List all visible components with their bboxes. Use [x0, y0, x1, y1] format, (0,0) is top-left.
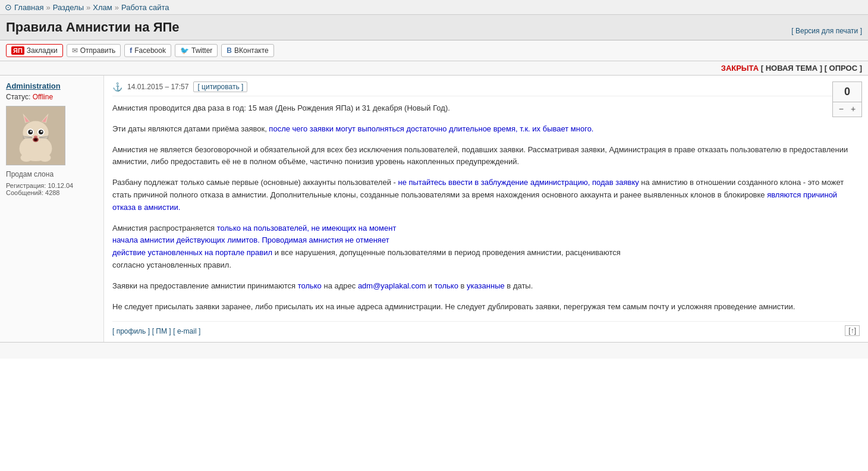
posts-count: 4288 [45, 189, 59, 196]
cite-button[interactable]: [ цитировать ] [193, 81, 247, 92]
email-share-button[interactable]: ✉ Отправить [67, 44, 121, 57]
svg-point-15 [34, 138, 37, 141]
yandex-bookmarks-button[interactable]: ЯП Закладки [6, 44, 63, 57]
svg-point-12 [40, 131, 42, 133]
highlight-email: adm@yaplakal.com [358, 281, 426, 290]
post-meta: ⚓ 14.01.2015 – 17:57 [ цитировать ] [112, 81, 860, 96]
breadcrumb-sep3: » [115, 3, 119, 12]
breadcrumb-sections[interactable]: Разделы [53, 3, 84, 12]
email-icon: ✉ [72, 46, 78, 55]
reg-label: Регистрация: [6, 182, 46, 189]
reg-date: 10.12.04 [48, 182, 73, 189]
closed-badge: ЗАКРЫТА [721, 64, 759, 73]
yandex-label: Закладки [27, 46, 58, 55]
post-paragraph-6: Заявки на предоставление амнистии приним… [112, 280, 860, 293]
vk-label: ВКонтакте [234, 46, 269, 55]
post-paragraph-5: Амнистия распространяется только на поль… [112, 222, 860, 272]
svg-point-21 [39, 153, 51, 162]
post-anchor: ⚓ [112, 82, 122, 92]
highlight-7: указанные [467, 281, 505, 290]
highlight-1: после чего заявки могут выполняться дост… [269, 124, 593, 133]
post-paragraph-2: Эти даты являются датами приёма заявок, … [112, 123, 860, 136]
post-paragraph-4: Разбану подлежат только самые первые (ос… [112, 177, 860, 213]
status-label: Статус: [6, 93, 30, 101]
highlight-4: только на пользователей, не имеющих на м… [112, 224, 396, 258]
yandex-icon: ЯП [11, 46, 24, 55]
pm-link[interactable]: [ ПМ ] [152, 327, 171, 335]
avatar-image [7, 106, 65, 165]
post-paragraph-7: Не следует присылать заявки заранее, либ… [112, 301, 860, 313]
user-column: Administration Статус: Offline [0, 76, 104, 342]
twitter-share-button[interactable]: 🐦 Twitter [175, 44, 218, 57]
post-area: Administration Статус: Offline [0, 76, 868, 343]
vk-share-button[interactable]: В ВКонтакте [221, 44, 273, 57]
user-posts: Сообщений: 4288 [6, 189, 98, 196]
breadcrumb-home[interactable]: Главная [14, 3, 43, 12]
vote-minus-button[interactable]: − [835, 102, 847, 117]
action-bar: ЗАКРЫТА [ НОВАЯ ТЕМА ] [ ОПРОС ] [0, 61, 868, 76]
post-paragraph-3: Амнистия не является безоговорочной и об… [112, 144, 860, 169]
breadcrumb: ⊙ Главная » Разделы » Хлам » Работа сайт… [0, 0, 868, 15]
user-status: Статус: Offline [6, 93, 98, 101]
post-column: ⚓ 14.01.2015 – 17:57 [ цитировать ] 0 − … [104, 76, 868, 342]
user-avatar [6, 106, 65, 165]
facebook-share-button[interactable]: f Facebook [124, 44, 171, 57]
post-footer: [ профиль ] [ ПМ ] [ e-mail ] [↑] [112, 321, 860, 336]
svg-point-20 [21, 153, 33, 162]
home-icon: ⊙ [5, 2, 12, 12]
facebook-icon: f [130, 46, 132, 55]
bottom-area [0, 343, 868, 359]
breadcrumb-sep1: » [46, 3, 50, 12]
email-label: Отправить [80, 46, 116, 55]
post-date: 14.01.2015 – 17:57 [127, 83, 188, 91]
vk-icon: В [227, 46, 232, 55]
twitter-label: Twitter [191, 46, 212, 55]
vote-box: 0 − + [832, 81, 862, 117]
breadcrumb-junk[interactable]: Хлам [93, 3, 112, 12]
facebook-label: Facebook [134, 46, 166, 55]
breadcrumb-sep2: » [86, 3, 90, 12]
twitter-icon: 🐦 [180, 46, 189, 55]
cite-label: цитировать [202, 83, 240, 91]
poll-link[interactable]: [ ОПРОС ] [825, 64, 862, 73]
email-link[interactable]: [ e-mail ] [173, 327, 200, 335]
post-body: Амнистия проводится два раза в год: 15 м… [112, 102, 860, 313]
print-link[interactable]: [ Версия для печати ] [791, 27, 862, 35]
highlight-3: являются причиной отказа в амнистии. [112, 190, 837, 212]
profile-link[interactable]: [ профиль ] [112, 327, 150, 335]
svg-point-11 [30, 131, 32, 133]
username[interactable]: Administration [6, 81, 98, 90]
vote-score: 0 [833, 82, 861, 102]
vote-controls: − + [833, 102, 861, 117]
social-bar: ЯП Закладки ✉ Отправить f Facebook 🐦 Twi… [0, 40, 868, 61]
highlight-2: не пытайтесь ввести в заблуждение админи… [398, 178, 639, 187]
page-title-row: Правила Амнистии на ЯПе [ Версия для печ… [0, 15, 868, 40]
highlight-6: только [435, 281, 458, 290]
highlight-5: только [298, 281, 322, 290]
status-value: Offline [33, 93, 53, 101]
vote-plus-button[interactable]: + [847, 102, 859, 117]
user-registration: Регистрация: 10.12.04 [6, 182, 98, 189]
posts-label: Сообщений: [6, 189, 43, 196]
user-title: Продам слона [6, 170, 98, 178]
breadcrumb-site[interactable]: Работа сайта [121, 3, 169, 12]
new-topic-link[interactable]: [ НОВАЯ ТЕМА ] [761, 64, 822, 73]
page-title: Правила Амнистии на ЯПе [6, 20, 180, 35]
up-arrow[interactable]: [↑] [845, 325, 860, 336]
post-footer-links: [ профиль ] [ ПМ ] [ e-mail ] [112, 326, 200, 335]
post-paragraph-1: Амнистия проводится два раза в год: 15 м… [112, 102, 860, 115]
